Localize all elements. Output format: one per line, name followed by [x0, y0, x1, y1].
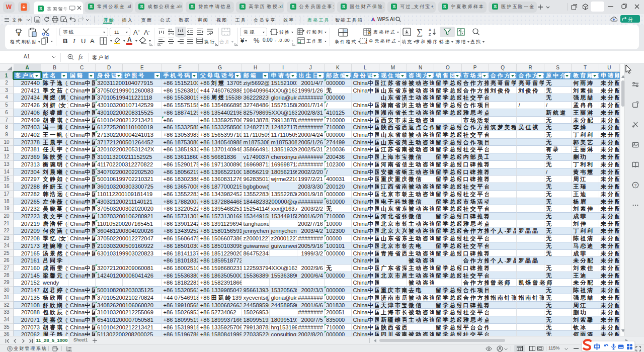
svg-text:Z: Z	[429, 32, 431, 36]
svg-text:R: R	[9, 347, 11, 350]
svg-text:?: ?	[634, 183, 637, 188]
svg-text:A: A	[429, 28, 431, 32]
svg-text:W: W	[6, 4, 12, 11]
